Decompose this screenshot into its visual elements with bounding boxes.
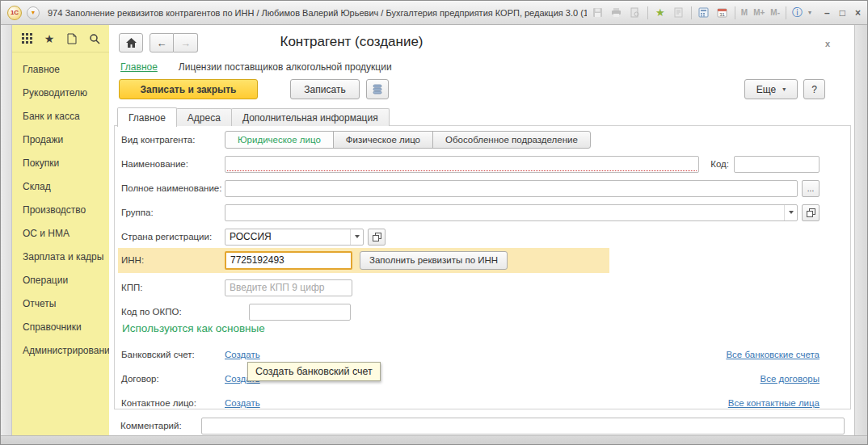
- search-icon[interactable]: [88, 32, 100, 44]
- sidebar-item[interactable]: Руководителю: [12, 81, 109, 104]
- name-label: Наименование:: [121, 159, 225, 169]
- tab[interactable]: Дополнительная информация: [231, 108, 390, 126]
- print-icon[interactable]: [610, 6, 623, 19]
- create-contact-link[interactable]: Создать: [225, 398, 260, 408]
- close-window-button[interactable]: ×: [855, 8, 861, 18]
- sidebar-item[interactable]: Зарплата и кадры: [12, 245, 109, 268]
- comment-label: Комментарий:: [120, 421, 201, 430]
- memory-m-plus-button[interactable]: M+: [753, 8, 765, 17]
- name-row: Наименование: Код:: [121, 155, 820, 173]
- titlebar-separator: [647, 6, 648, 19]
- comment-input[interactable]: [201, 418, 845, 435]
- calendar-icon[interactable]: 31: [716, 6, 729, 19]
- full-name-more-button[interactable]: ...: [802, 180, 820, 197]
- sidebar-item[interactable]: Операции: [12, 268, 109, 292]
- group-dropdown-icon[interactable]: [784, 205, 797, 220]
- okpo-row: Код по ОКПО:: [121, 303, 820, 321]
- calculator-icon[interactable]: [697, 6, 710, 19]
- inn-input[interactable]: [225, 251, 352, 270]
- main-menu-button[interactable]: ▾: [27, 6, 40, 19]
- tab[interactable]: Адреса: [176, 108, 232, 126]
- breadcrumb: Главное Лицензии поставщиков алкогольной…: [120, 61, 392, 73]
- kind-segmented-control: Юридическое лицоФизическое лицоОбособлен…: [225, 131, 591, 149]
- sidebar-item[interactable]: Банк и касса: [12, 104, 109, 128]
- close-form-icon[interactable]: x: [825, 39, 830, 48]
- breadcrumb-link-main[interactable]: Главное: [120, 61, 158, 73]
- full-name-label: Полное наименование:: [121, 183, 225, 193]
- kpp-input[interactable]: [225, 279, 352, 296]
- svg-text:31: 31: [720, 12, 726, 17]
- country-label: Страна регистрации:: [121, 232, 225, 241]
- sidebar-item[interactable]: Склад: [12, 174, 109, 198]
- fill-by-inn-button[interactable]: Заполнить реквизиты по ИНН: [360, 251, 508, 270]
- sidebar-item[interactable]: Отчеты: [12, 292, 109, 315]
- favorites-star-icon[interactable]: ★: [654, 6, 667, 19]
- command-bar: Записать и закрыть Записать Еще ▾ ?: [109, 79, 854, 100]
- all-contracts-link[interactable]: Все договоры: [761, 374, 820, 384]
- sidebar-item[interactable]: Главное: [12, 57, 109, 81]
- kind-option-button[interactable]: Юридическое лицо: [225, 131, 334, 149]
- group-input[interactable]: [225, 204, 798, 221]
- sections-sidebar: ★ ГлавноеРуководителюБанк и кассаПродажи…: [12, 25, 109, 435]
- full-name-row: Полное наименование: ...: [121, 179, 820, 197]
- kind-option-button[interactable]: Физическое лицо: [333, 131, 433, 149]
- tooltip-create-bank-account: Создать банковский счет: [247, 362, 381, 381]
- titlebar-menu-arrow-icon[interactable]: ▾: [808, 9, 811, 16]
- show-in-list-button[interactable]: [366, 79, 389, 99]
- sidebar-item[interactable]: Покупки: [12, 151, 109, 174]
- help-button[interactable]: ?: [803, 79, 825, 99]
- window-frame-left: [1, 25, 12, 435]
- navigation-row: ← →: [119, 33, 198, 52]
- all-bank-accounts-link[interactable]: Все банковские счета: [726, 350, 820, 359]
- favorites-icon[interactable]: ★: [44, 32, 56, 44]
- code-input[interactable]: [734, 156, 820, 173]
- app-window: 1С ▾ 974 Заполнение реквизитов контраген…: [0, 0, 868, 445]
- sidebar-item[interactable]: Продажи: [12, 128, 109, 151]
- country-choose-button[interactable]: [368, 229, 386, 246]
- sidebar-item[interactable]: ОС и НМА: [12, 221, 109, 245]
- window-title: 974 Заполнение реквизитов контрагентов п…: [48, 8, 587, 18]
- menu-grid-icon[interactable]: [21, 32, 33, 44]
- save-button[interactable]: Записать: [290, 79, 360, 99]
- kind-label: Вид контрагента:: [121, 135, 225, 145]
- memory-m-minus-button[interactable]: M-: [770, 8, 780, 17]
- bank-account-row: Банковский счет: Создать Все банковские …: [121, 346, 820, 363]
- memory-m-button[interactable]: M: [741, 8, 748, 17]
- history-icon[interactable]: [66, 32, 78, 44]
- save-and-close-button[interactable]: Записать и закрыть: [119, 79, 258, 99]
- sidebar-items: ГлавноеРуководителюБанк и кассаПродажиПо…: [12, 52, 109, 362]
- inn-row: ИНН: Заполнить реквизиты по ИНН: [121, 251, 820, 269]
- print-preview-icon[interactable]: [629, 6, 642, 19]
- save-icon[interactable]: [592, 6, 605, 19]
- home-button[interactable]: [119, 33, 143, 52]
- form-tabs: ГлавноеАдресаДополнительная информация: [117, 107, 389, 126]
- page-title: Контрагент (создание): [255, 34, 449, 50]
- sidebar-item[interactable]: Администрирование: [12, 338, 109, 362]
- sidebar-item[interactable]: Справочники: [12, 315, 109, 338]
- window-controls: – □ ×: [824, 8, 861, 18]
- contact-row: Контактное лицо: Создать Все контактные …: [121, 394, 820, 412]
- group-choose-button[interactable]: [802, 204, 820, 221]
- breadcrumb-text: Лицензии поставщиков алкогольной продукц…: [179, 61, 392, 73]
- minimize-button[interactable]: –: [824, 8, 830, 18]
- maximize-button[interactable]: □: [840, 8, 845, 18]
- country-dropdown-icon[interactable]: [350, 229, 363, 245]
- sidebar-item[interactable]: Производство: [12, 198, 109, 221]
- okpo-input[interactable]: [249, 304, 351, 321]
- titlebar-toolbar: ★ 31 M M+ M- ⓘ ▾: [592, 6, 811, 20]
- info-icon[interactable]: ⓘ: [792, 6, 803, 20]
- back-button[interactable]: ←: [150, 33, 174, 52]
- country-input[interactable]: [225, 229, 364, 246]
- forward-button[interactable]: →: [174, 33, 198, 52]
- create-bank-account-link[interactable]: Создать: [225, 350, 260, 359]
- name-input[interactable]: [225, 156, 699, 173]
- chevron-down-icon: ▾: [782, 86, 786, 93]
- title-bar: 1С ▾ 974 Заполнение реквизитов контраген…: [1, 1, 867, 25]
- more-button-label: Еще: [756, 84, 776, 95]
- full-name-input[interactable]: [225, 180, 798, 197]
- go-to-link-icon[interactable]: [672, 6, 685, 19]
- tab[interactable]: Главное: [117, 107, 177, 127]
- kind-option-button[interactable]: Обособленное подразделение: [432, 131, 591, 149]
- more-button[interactable]: Еще ▾: [744, 79, 798, 99]
- all-contacts-link[interactable]: Все контактные лица: [728, 398, 820, 408]
